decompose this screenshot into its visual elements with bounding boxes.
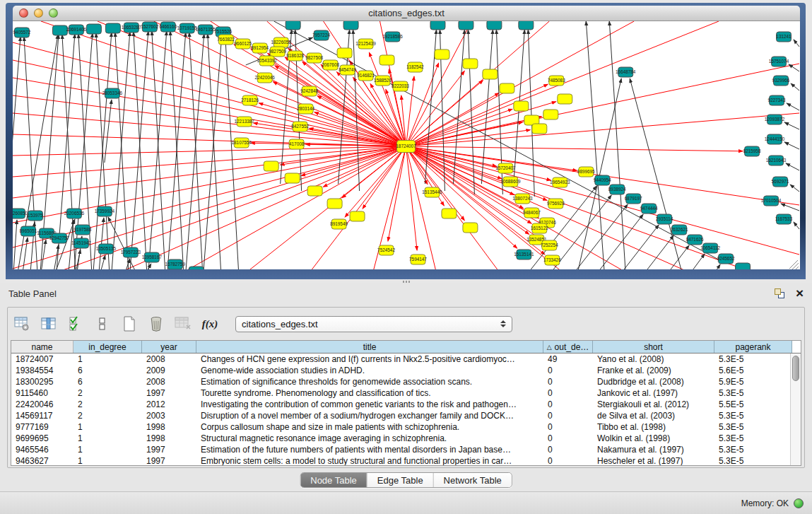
graph-node[interactable]: 13505135 [96, 244, 117, 254]
graph-node[interactable]: 7524542 [377, 245, 395, 255]
graph-node[interactable]: 10543392 [257, 56, 277, 66]
graph-node[interactable]: 15135141 [514, 250, 534, 259]
graph-node[interactable]: 20206536 [64, 209, 85, 218]
graph-node[interactable] [519, 21, 534, 30]
graph-node[interactable]: 15720407 [495, 163, 516, 173]
graph-node[interactable]: 7485083 [548, 76, 565, 86]
graph-node[interactable]: 10654112 [700, 243, 720, 253]
graph-node[interactable]: 10653287 [122, 23, 142, 33]
graph-node[interactable]: 17957223 [121, 247, 141, 257]
graph-node[interactable]: 9827509 [269, 47, 286, 57]
graph-node[interactable] [337, 48, 352, 58]
column-select-icon[interactable] [40, 315, 57, 332]
graph-node[interactable]: 1182542 [406, 62, 424, 72]
table-row[interactable]: 946362711997Embryonic stem cells: a mode… [11, 455, 790, 466]
graph-node[interactable] [327, 199, 342, 209]
graph-node[interactable] [285, 173, 300, 183]
graph-node[interactable]: 9440954 [594, 175, 611, 185]
graph-node[interactable]: 10719155 [177, 23, 198, 33]
graph-node[interactable]: 8454749 [339, 65, 356, 75]
graph-node[interactable]: 8919549 [330, 219, 348, 229]
graph-node[interactable] [558, 94, 572, 104]
graph-node[interactable] [463, 223, 478, 233]
graph-node[interactable]: 13958167 [142, 252, 163, 262]
graph-node[interactable]: 7663822 [217, 35, 235, 45]
row-select-icon[interactable] [67, 315, 84, 332]
graph-node[interactable] [52, 25, 67, 35]
graph-node[interactable]: 19654923 [550, 177, 570, 187]
graph-node[interactable] [543, 110, 558, 119]
graph-node[interactable]: 1615122 [531, 223, 548, 233]
graph-node[interactable]: 8222033 [392, 81, 409, 91]
table-row[interactable]: 1456911722003Disruption of a novel membe… [11, 410, 790, 421]
graph-node[interactable]: 9899695 [577, 167, 595, 177]
graph-node[interactable]: 1527602 [141, 22, 158, 32]
graph-node[interactable] [307, 186, 322, 196]
function-icon[interactable]: f(x) [201, 315, 218, 332]
graph-node[interactable]: 14671355 [196, 25, 216, 35]
graph-node[interactable]: 16648784 [616, 67, 636, 77]
graph-node[interactable]: 1588520 [374, 76, 392, 86]
tab-network-table[interactable]: Network Table [434, 473, 512, 487]
graph-node[interactable]: 8215958 [743, 146, 761, 156]
graph-node[interactable] [430, 21, 445, 30]
graph-node[interactable]: 12213387 [235, 117, 255, 127]
graph-node[interactable]: 8965051 [20, 226, 37, 236]
graph-node[interactable] [514, 101, 529, 111]
graph-node[interactable]: 9474444 [640, 204, 658, 214]
table-row[interactable]: 2242004622012Investigating the contribut… [11, 399, 790, 410]
graph-node[interactable]: 131241 [776, 32, 792, 42]
graph-node[interactable]: 17010504 [761, 196, 782, 206]
graph-node[interactable]: 6466160 [159, 22, 177, 32]
graph-node[interactable] [286, 21, 300, 30]
graph-node[interactable] [736, 263, 751, 269]
tab-edge-table[interactable]: Edge Table [367, 473, 434, 487]
column-header-out_de[interactable]: △out_de… [543, 341, 593, 353]
float-panel-icon[interactable] [775, 288, 784, 298]
graph-node[interactable] [463, 59, 478, 69]
vertical-scrollbar[interactable] [790, 354, 801, 466]
graph-node[interactable]: 9827508 [305, 53, 323, 63]
graph-node[interactable]: 20691406 [66, 25, 87, 35]
graph-node[interactable] [86, 24, 101, 34]
column-header-name[interactable]: name [11, 341, 73, 353]
graph-node[interactable]: 2935114 [656, 214, 673, 224]
column-header-title[interactable]: title [196, 341, 543, 353]
graph-node[interactable]: 9245652 [717, 254, 735, 264]
graph-node[interactable] [442, 209, 457, 218]
graph-node[interactable]: 17359924 [95, 206, 115, 216]
graph-node[interactable]: 2803144 [297, 104, 314, 114]
graph-node[interactable]: 16782759 [165, 259, 186, 269]
graph-node[interactable]: 16210643 [766, 156, 787, 165]
graph-node[interactable]: 18107554 [232, 138, 252, 148]
graph-node[interactable]: 2067608 [322, 60, 339, 70]
graph-node[interactable]: 25260850 [13, 209, 28, 218]
graph-node[interactable]: 15135445 [422, 187, 442, 197]
graph-node[interactable]: 13807243 [512, 194, 533, 204]
graph-node[interactable]: 9484067 [523, 208, 541, 218]
graph-node[interactable]: 9756928 [547, 199, 565, 209]
table-row[interactable]: 1872400712008Changes of HCN gene express… [11, 354, 790, 365]
graph-node[interactable] [483, 69, 498, 79]
graph-node[interactable] [532, 124, 547, 134]
graph-node[interactable] [105, 23, 120, 33]
graph-node[interactable]: 9242848 [300, 86, 318, 96]
graph-node[interactable]: 9660125 [234, 39, 252, 49]
graph-node[interactable]: 8186328 [286, 51, 304, 61]
graph-node[interactable]: 8938924 [608, 185, 626, 194]
graph-node[interactable]: 7252254 [541, 240, 558, 250]
delete-icon[interactable] [148, 315, 165, 332]
graph-node[interactable]: 1733426 [543, 255, 561, 265]
column-header-pagerank[interactable]: pagerank [714, 341, 792, 353]
graph-node[interactable]: 1167533 [775, 214, 793, 224]
graph-node[interactable]: 12444150 [765, 134, 785, 144]
column-header-short[interactable]: short [593, 341, 714, 353]
minimize-window-button[interactable] [34, 8, 43, 18]
graph-node[interactable]: 8912954 [251, 43, 269, 53]
graph-node[interactable]: 5692971 [772, 177, 789, 187]
table-row[interactable]: 911546021997Tourette syndrome. Phenomeno… [11, 387, 790, 399]
tab-node-table[interactable]: Node Table [300, 473, 367, 487]
close-window-button[interactable] [19, 8, 28, 18]
graph-node[interactable]: 9197588 [74, 225, 92, 235]
table-row[interactable]: 977716911998Corpus callosum shape and si… [11, 421, 790, 433]
